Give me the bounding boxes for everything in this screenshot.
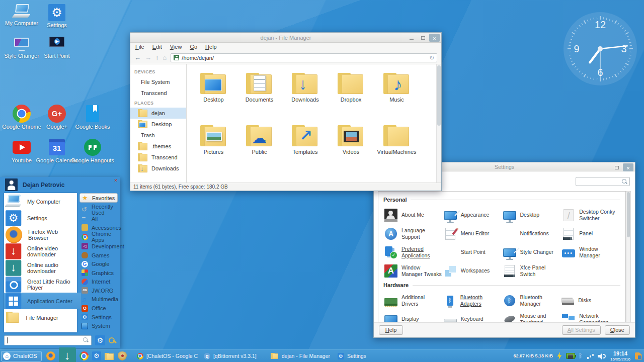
settings-item-style-changer[interactable]: Style Changer bbox=[502, 243, 561, 261]
file-manager-titlebar[interactable]: dejan - File Manager bbox=[130, 33, 441, 43]
sidebar-item-trash[interactable]: Trash bbox=[130, 130, 186, 141]
taskbar-clock[interactable]: 19:14 16/05/2016 bbox=[610, 351, 630, 361]
settings-scrollbar[interactable] bbox=[626, 191, 631, 322]
menu-view[interactable]: View bbox=[170, 44, 182, 51]
file-manager-scrollbar[interactable] bbox=[436, 64, 441, 183]
start-menu-category-settings[interactable]: Settings bbox=[79, 313, 118, 322]
start-menu-category-multimedia[interactable]: Multimedia bbox=[79, 295, 118, 304]
settings-item-keyboard[interactable]: Keyboard bbox=[443, 310, 502, 322]
settings-item-additional-drivers[interactable]: Additional Drivers bbox=[383, 291, 443, 310]
desktop-icon-google-calendar[interactable]: Google Calendar bbox=[39, 138, 74, 172]
start-menu-item-online-audio-downloader[interactable]: Online audio downloader bbox=[4, 259, 77, 276]
settings-item-desktop-conky-switcher[interactable]: Desktop Conky Switcher bbox=[561, 206, 620, 224]
close-settings-button[interactable]: Close bbox=[605, 325, 630, 335]
settings-item-display[interactable]: Display bbox=[383, 310, 443, 322]
address-bar[interactable]: /home/dejan/ ↻ bbox=[171, 53, 437, 62]
desktop-icon-google-hangouts[interactable]: Google Hangouts bbox=[74, 138, 111, 172]
settings-item-notifications[interactable]: Notifications bbox=[502, 224, 561, 243]
start-menu-category-games[interactable]: Games bbox=[79, 251, 118, 260]
start-menu-category-system[interactable]: System bbox=[79, 321, 118, 330]
help-button[interactable]: Help bbox=[379, 325, 403, 335]
bluetooth-icon[interactable] bbox=[579, 352, 584, 359]
maximize-button[interactable] bbox=[611, 163, 622, 171]
start-menu-category-jw-org[interactable]: JW.ORG bbox=[79, 286, 118, 295]
start-menu-item-great-little-radio-player[interactable]: Great Little Radio Player bbox=[4, 276, 77, 293]
start-menu-item-online-video-downloader[interactable]: Online video downloader bbox=[4, 243, 77, 259]
folder-videos[interactable]: Videos bbox=[328, 122, 374, 174]
desktop-icon-google[interactable]: Google+ bbox=[39, 105, 74, 138]
settings-item-about-me[interactable]: About Me bbox=[383, 206, 443, 224]
start-menu-lock-icon[interactable] bbox=[109, 336, 117, 344]
close-button[interactable] bbox=[429, 34, 440, 42]
battery-icon[interactable] bbox=[566, 353, 575, 359]
start-menu-search-input[interactable] bbox=[4, 335, 92, 345]
all-settings-button[interactable]: All Settings bbox=[562, 325, 601, 335]
up-icon[interactable]: ↑ bbox=[155, 54, 159, 61]
settings-item-appearance[interactable]: Appearance bbox=[443, 206, 502, 224]
menu-go[interactable]: Go bbox=[190, 44, 197, 51]
start-menu-category-development[interactable]: Development bbox=[79, 242, 118, 251]
desktop-icon-google-chrome[interactable]: Google Chrome bbox=[4, 105, 39, 138]
maximize-button[interactable] bbox=[418, 34, 428, 42]
start-menu-item-my-computer[interactable]: My Computer bbox=[4, 193, 77, 210]
menu-edit[interactable]: Edit bbox=[152, 44, 162, 51]
start-menu-category-all[interactable]: All bbox=[79, 215, 118, 224]
settings-item-desktop[interactable]: Desktop bbox=[502, 206, 561, 224]
tray-app-icon[interactable] bbox=[635, 352, 642, 359]
start-menu-item-firefox-web-browser[interactable]: Firefox Web Browser bbox=[4, 226, 77, 243]
start-menu-category-office[interactable]: Office bbox=[79, 304, 118, 313]
settings-item-xfce-panel-switch[interactable]: Xfce Panel Switch bbox=[502, 261, 561, 280]
settings-item-workspaces[interactable]: Workspaces bbox=[443, 261, 502, 280]
settings-item-bluetooth-adapters[interactable]: Bluetooth Adapters bbox=[443, 291, 502, 310]
start-menu-item-application-center[interactable]: Application Center bbox=[4, 293, 81, 309]
desktop-icon-start-point[interactable]: Start Point bbox=[39, 37, 74, 69]
start-menu-category-chrome-apps[interactable]: Chrome Apps bbox=[79, 232, 118, 242]
sidebar-item-transcend[interactable]: Transcend bbox=[130, 152, 186, 163]
settings-item-panel[interactable]: Panel bbox=[561, 224, 620, 243]
settings-item-menu-editor[interactable]: Menu Editor bbox=[443, 224, 502, 243]
folder-music[interactable]: Music bbox=[374, 69, 420, 122]
settings-item-preferred-applications[interactable]: Preferred Applications bbox=[383, 243, 443, 261]
folder-virtualmachines[interactable]: VirtualMachines bbox=[374, 122, 420, 174]
folder-documents[interactable]: Documents bbox=[236, 69, 282, 122]
folder-pictures[interactable]: Pictures bbox=[191, 122, 236, 174]
power-icon[interactable] bbox=[556, 352, 562, 360]
start-menu-category-internet[interactable]: Internet bbox=[79, 277, 118, 286]
settings-item-disks[interactable]: Disks bbox=[561, 291, 620, 310]
network-signal-icon[interactable] bbox=[587, 353, 594, 359]
quick-launch-firefox[interactable] bbox=[46, 351, 55, 361]
quick-launch-chrome[interactable] bbox=[79, 351, 89, 361]
folder-templates[interactable]: Templates bbox=[282, 122, 328, 174]
desktop-icon-google-books[interactable]: Google Books bbox=[74, 105, 111, 138]
taskbar-task-settings[interactable]: Settings bbox=[335, 350, 401, 362]
settings-item-start-point[interactable]: Start Point bbox=[443, 243, 502, 261]
start-menu-category-favorites[interactable]: Favorites bbox=[79, 193, 118, 203]
desktop-icon-youtube[interactable]: Youtube bbox=[4, 138, 39, 172]
start-menu-item-file-manager[interactable]: File Manager bbox=[4, 309, 77, 326]
volume-icon[interactable] bbox=[598, 353, 606, 359]
close-button[interactable] bbox=[623, 163, 633, 171]
folder-public[interactable]: Public bbox=[236, 122, 282, 174]
menu-help[interactable]: Help bbox=[205, 44, 217, 51]
start-menu-settings-icon[interactable] bbox=[95, 335, 105, 345]
start-menu-item-settings[interactable]: Settings bbox=[4, 210, 77, 226]
settings-item-mouse-and-touchpad[interactable]: Mouse and Touchpad bbox=[502, 310, 561, 322]
quick-launch-crest[interactable] bbox=[118, 351, 127, 361]
sidebar-item-themes[interactable]: .themes bbox=[130, 141, 186, 152]
settings-item-window-manager-tweaks[interactable]: Window Manager Tweaks bbox=[383, 261, 443, 280]
sidebar-item-desktop[interactable]: Desktop bbox=[130, 119, 186, 130]
sidebar-item-dejan[interactable]: dejan bbox=[130, 108, 186, 119]
folder-dropbox[interactable]: Dropbox bbox=[328, 69, 374, 122]
sidebar-item-file-system[interactable]: File System bbox=[130, 76, 186, 87]
settings-item-bluetooth-manager[interactable]: Bluetooth Manager bbox=[502, 291, 561, 310]
taskbar-task-chaletos-google-chrome[interactable]: [ChaletOS - Google Chrome] bbox=[134, 350, 201, 362]
settings-item-network-connections[interactable]: Network Connections bbox=[561, 310, 620, 322]
start-menu-category-recently-used[interactable]: Recently Used bbox=[79, 205, 118, 214]
quick-launch-settings-gear[interactable] bbox=[92, 351, 101, 361]
home-icon[interactable]: ⌂ bbox=[163, 54, 167, 61]
taskbar-task-qbittorrent-v3-3-1[interactable]: [qBittorrent v3.3.1] bbox=[201, 350, 268, 362]
taskbar-task-dejan-file-manager[interactable]: dejan - File Manager bbox=[268, 350, 335, 362]
sidebar-item-transcend[interactable]: Transcend bbox=[130, 87, 186, 99]
start-menu-category-google[interactable]: Google bbox=[79, 259, 118, 268]
minimize-button[interactable] bbox=[406, 34, 417, 42]
